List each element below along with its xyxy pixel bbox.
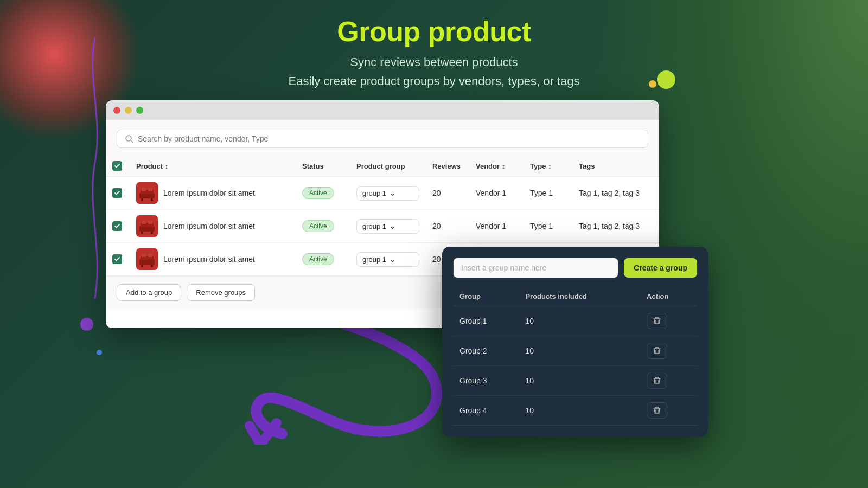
- group-table: Group Products included Action Group 1 1…: [453, 287, 697, 426]
- svg-rect-15: [142, 254, 146, 257]
- create-group-button[interactable]: Create a group: [624, 258, 697, 278]
- group1-name: Group 1: [453, 306, 519, 336]
- subtitle-line2: Easily create product groups by vendors,…: [289, 74, 580, 88]
- row1-product: Lorem ipsum dolor sit amet: [130, 177, 296, 210]
- svg-rect-4: [148, 188, 152, 191]
- header-status: Status: [296, 156, 350, 177]
- group3-name: Group 3: [453, 366, 519, 396]
- header-tags: Tags: [572, 156, 659, 177]
- row2-checkbox[interactable]: [112, 221, 122, 231]
- remove-groups-button[interactable]: Remove groups: [187, 284, 255, 301]
- row3-group: group 1 ⌄: [350, 243, 426, 276]
- row1-product-name: Lorem ipsum dolor sit amet: [163, 189, 255, 197]
- group3-action: [640, 366, 697, 396]
- svg-rect-5: [141, 198, 143, 201]
- row3-checkbox[interactable]: [112, 254, 122, 264]
- row1-type: Type 1: [524, 177, 572, 210]
- window-maximize-button[interactable]: [136, 107, 143, 114]
- svg-rect-3: [142, 188, 146, 191]
- row2-product: Lorem ipsum dolor sit amet: [130, 210, 296, 243]
- row3-status-badge: Active: [302, 253, 334, 265]
- table-row: Lorem ipsum dolor sit amet Active group …: [106, 177, 659, 210]
- group-table-body: Group 1 10 Group 2 10: [453, 306, 697, 426]
- group-col-group: Group: [453, 287, 519, 306]
- svg-rect-10: [148, 221, 152, 224]
- svg-rect-12: [151, 232, 153, 234]
- row3-group-select[interactable]: group 1 ⌄: [356, 252, 419, 267]
- row1-product-img: [136, 182, 158, 204]
- row1-group-select[interactable]: group 1 ⌄: [356, 186, 419, 201]
- subtitle-line1: Sync reviews between products: [350, 55, 518, 69]
- group-row: Group 1 10: [453, 306, 697, 336]
- group-row: Group 4 10: [453, 396, 697, 426]
- group2-delete-button[interactable]: [647, 343, 667, 359]
- select-all-checkbox[interactable]: [112, 161, 122, 171]
- header-type-label: Type ↕: [530, 162, 552, 170]
- dot-blue: [97, 350, 102, 355]
- header-vendor: Vendor ↕: [469, 156, 524, 177]
- row1-reviews: 20: [426, 177, 469, 210]
- page-title: Group product: [0, 16, 868, 47]
- group4-products: 10: [519, 396, 640, 426]
- header-type: Type ↕: [524, 156, 572, 177]
- search-input[interactable]: [138, 134, 640, 143]
- table-header: Product ↕ Status Product group Reviews V…: [106, 156, 659, 177]
- group-col-action: Action: [640, 287, 697, 306]
- row3-product-img: [136, 248, 158, 270]
- group1-delete-button[interactable]: [647, 313, 667, 329]
- header-status-label: Status: [302, 162, 324, 170]
- header-tags-label: Tags: [579, 162, 595, 170]
- header-group-label: Product group: [356, 162, 405, 170]
- group-panel-header: Create a group: [453, 258, 697, 278]
- search-icon: [125, 134, 133, 143]
- group-row: Group 3 10: [453, 366, 697, 396]
- group1-products: 10: [519, 306, 640, 336]
- row2-tags: Tag 1, tag 2, tag 3: [572, 210, 659, 243]
- svg-rect-16: [148, 254, 152, 257]
- row3-product-name: Lorem ipsum dolor sit amet: [163, 255, 255, 264]
- row1-status-badge: Active: [302, 187, 334, 199]
- row3-checkbox-cell: [106, 243, 130, 276]
- group2-products: 10: [519, 336, 640, 366]
- header-group: Product group: [350, 156, 426, 177]
- window-close-button[interactable]: [113, 107, 120, 114]
- window-titlebar: [106, 100, 659, 120]
- header-reviews-label: Reviews: [432, 162, 461, 170]
- row1-group: group 1 ⌄: [350, 177, 426, 210]
- search-input-wrapper: [117, 130, 648, 148]
- group4-action: [640, 396, 697, 426]
- page-subtitle: Sync reviews between products Easily cre…: [0, 53, 868, 91]
- header-checkbox-cell: [106, 156, 130, 177]
- row2-status-badge: Active: [302, 220, 334, 232]
- svg-rect-11: [141, 232, 143, 234]
- row2-reviews: 20: [426, 210, 469, 243]
- group3-delete-button[interactable]: [647, 373, 667, 389]
- group2-action: [640, 336, 697, 366]
- group-table-header: Group Products included Action: [453, 287, 697, 306]
- row1-checkbox-cell: [106, 177, 130, 210]
- row2-checkbox-cell: [106, 210, 130, 243]
- page-header: Group product Sync reviews between produ…: [0, 16, 868, 91]
- search-bar-row: [106, 120, 659, 156]
- group-name-input[interactable]: [453, 258, 618, 278]
- row3-product: Lorem ipsum dolor sit amet: [130, 243, 296, 276]
- row2-vendor: Vendor 1: [469, 210, 524, 243]
- row2-status: Active: [296, 210, 350, 243]
- table-row: Lorem ipsum dolor sit amet Active group …: [106, 210, 659, 243]
- row2-group: group 1 ⌄: [350, 210, 426, 243]
- row2-product-name: Lorem ipsum dolor sit amet: [163, 222, 255, 230]
- header-reviews: Reviews: [426, 156, 469, 177]
- row1-tags: Tag 1, tag 2, tag 3: [572, 177, 659, 210]
- header-product: Product ↕: [130, 156, 296, 177]
- group-panel: Create a group Group Products included A…: [442, 247, 708, 436]
- group1-action: [640, 306, 697, 336]
- svg-rect-6: [151, 198, 153, 201]
- row2-product-img: [136, 215, 158, 237]
- window-minimize-button[interactable]: [125, 107, 132, 114]
- add-to-group-button[interactable]: Add to a group: [117, 284, 181, 301]
- group4-delete-button[interactable]: [647, 402, 667, 419]
- header-vendor-label: Vendor ↕: [476, 162, 505, 170]
- row2-group-select[interactable]: group 1 ⌄: [356, 219, 419, 234]
- group3-products: 10: [519, 366, 640, 396]
- row1-checkbox[interactable]: [112, 188, 122, 198]
